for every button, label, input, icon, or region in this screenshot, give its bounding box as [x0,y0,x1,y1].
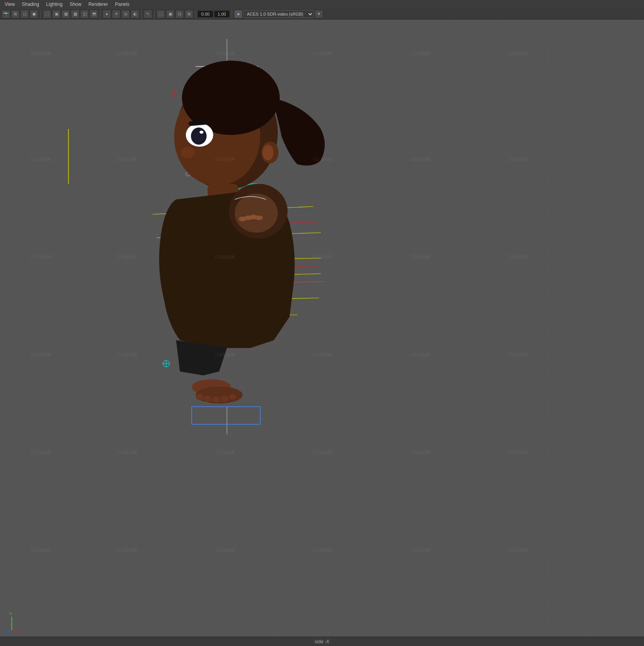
toolbar-btn-wireframe[interactable]: ◻ [20,10,29,18]
toolbar-btn-color-icon[interactable]: ■ [234,10,243,18]
toolbar-btn-4[interactable]: ▩ [71,10,79,18]
svg-point-47 [221,396,228,402]
toolbar-btn-dropdown[interactable]: ▼ [315,10,323,18]
svg-rect-1 [0,20,644,646]
viewport[interactable]: CG泡泡网 CG泡泡网 CG泡泡网 CG泡泡网 CG泡泡网 CG泡泡网 CG泡泡… [0,20,644,646]
menu-show[interactable]: Show [67,1,85,8]
toolbar-sep-3 [141,10,142,18]
svg-text:Y: Y [9,612,12,616]
toolbar-btn-grid[interactable]: ⊞ [11,10,20,18]
status-bar: side -X [0,637,644,646]
toolbar-btn-6[interactable]: ⬒ [90,10,98,18]
viewport-grid [0,20,644,646]
svg-point-38 [181,147,195,158]
toolbar-btn-t1[interactable]: ⬚ [157,10,165,18]
color-space-select[interactable]: ACES 1.0 SDR-video (sRGB) [243,10,314,18]
svg-point-32 [263,145,273,160]
svg-point-36 [200,131,203,134]
viewport-label: side -X [315,639,329,644]
toolbar-btn-sphere[interactable]: ● [103,10,111,18]
axis-indicator: Y X Z [4,611,27,634]
menu-view[interactable]: View [2,1,18,8]
menu-lighting[interactable]: Lighting [43,1,66,8]
toolbar-btn-camera[interactable]: 📷 [2,10,10,18]
svg-point-45 [203,396,211,402]
toolbar: 📷 ⊞ ◻ ◼ ⬚ ▣ ▦ ▩ ◫ ⬒ ● ☀ ◎ ◐ ↖ ⬚ ▣ ⊡ ⊞ 0.… [0,9,644,20]
svg-text:X: X [13,629,16,633]
toolbar-btn-mat[interactable]: ◐ [131,10,139,18]
menu-panels[interactable]: Panels [112,1,133,8]
toolbar-sep-4 [154,10,155,18]
svg-point-52 [255,215,263,220]
toolbar-sep-5 [195,10,196,18]
toolbar-btn-1[interactable]: ⬚ [43,10,51,18]
svg-point-44 [196,394,203,400]
toolbar-btn-t2[interactable]: ▣ [166,10,174,18]
toolbar-value1[interactable]: 0.00 [198,11,213,18]
toolbar-btn-solid[interactable]: ◼ [30,10,38,18]
svg-point-35 [191,127,207,145]
toolbar-btn-t4[interactable]: ⊞ [185,10,193,18]
menu-shading[interactable]: Shading [19,1,42,8]
toolbar-sep-2 [100,10,101,18]
menu-bar: View Shading Lighting Show Renderer Pane… [0,0,644,9]
svg-point-41 [235,194,278,233]
toolbar-btn-5[interactable]: ◫ [80,10,89,18]
toolbar-btn-cursor[interactable]: ↖ [144,10,152,18]
svg-point-48 [229,394,236,400]
toolbar-btn-t3[interactable]: ⊡ [175,10,184,18]
toolbar-value2[interactable]: 1.00 [214,11,230,18]
toolbar-btn-env[interactable]: ◎ [121,10,130,18]
svg-text:Z: Z [4,630,7,634]
svg-point-46 [212,397,220,403]
toolbar-sep-6 [232,10,232,18]
toolbar-btn-light[interactable]: ☀ [112,10,121,18]
menu-renderer[interactable]: Renderer [85,1,111,8]
toolbar-btn-3[interactable]: ▦ [61,10,70,18]
toolbar-btn-2[interactable]: ▣ [52,10,61,18]
toolbar-sep-1 [40,10,41,18]
